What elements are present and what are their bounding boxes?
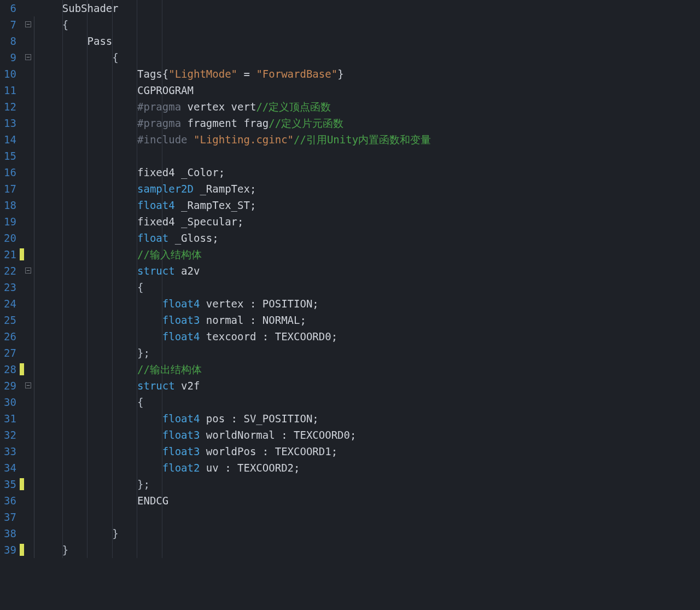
- code-token: _Gloss;: [168, 232, 219, 244]
- code-token: //输出结构体: [137, 363, 202, 375]
- line-number: 18: [0, 197, 19, 213]
- code-line[interactable]: }: [37, 525, 119, 542]
- line-number: 24: [0, 295, 19, 312]
- fold-toggle[interactable]: [25, 382, 31, 388]
- code-token: float3: [162, 445, 200, 457]
- code-line[interactable]: {: [37, 16, 68, 33]
- code-line[interactable]: float3 normal : NORMAL;: [37, 312, 306, 328]
- code-line[interactable]: float2 uv : TEXCOORD2;: [37, 460, 300, 476]
- indent-whitespace: [37, 232, 137, 244]
- change-marker: [20, 544, 24, 556]
- line-number: 21: [0, 246, 19, 263]
- code-token: //输入结构体: [137, 248, 202, 260]
- line-number: 6: [0, 0, 19, 16]
- code-line[interactable]: float3 worldNormal : TEXCOORD0;: [37, 427, 356, 443]
- code-token: _RampTex_ST;: [175, 199, 256, 211]
- code-editor[interactable]: 6789101112131415161718192021222324252627…: [0, 0, 700, 610]
- indent-whitespace: [37, 363, 137, 375]
- code-line[interactable]: //输入结构体: [37, 246, 202, 263]
- change-marker: [20, 363, 24, 375]
- code-token: }: [62, 544, 68, 556]
- code-line[interactable]: //输出结构体: [37, 361, 202, 377]
- code-token: vertex : POSITION;: [200, 298, 318, 310]
- code-token: texcoord : TEXCOORD0;: [200, 330, 337, 342]
- code-line[interactable]: struct a2v: [37, 263, 200, 279]
- line-number: 15: [0, 148, 19, 164]
- code-token: "Lighting.cginc": [194, 133, 294, 146]
- code-line[interactable]: ENDCG: [37, 492, 168, 509]
- code-line[interactable]: float4 pos : SV_POSITION;: [37, 410, 319, 427]
- line-number: 20: [0, 230, 19, 246]
- code-line[interactable]: [37, 509, 137, 525]
- code-token: fixed4 _Specular;: [137, 216, 243, 228]
- code-line[interactable]: [37, 148, 137, 164]
- code-line[interactable]: #include "Lighting.cginc"//引用Unity内置函数和变…: [37, 131, 431, 148]
- code-line[interactable]: CGPROGRAM: [37, 82, 194, 98]
- line-number: 29: [0, 377, 19, 394]
- code-line[interactable]: fixed4 _Specular;: [37, 213, 244, 230]
- code-line[interactable]: float _Gloss;: [37, 230, 219, 246]
- code-line[interactable]: }: [37, 542, 68, 558]
- line-number: 37: [0, 509, 19, 525]
- code-line[interactable]: float4 texcoord : TEXCOORD0;: [37, 328, 337, 345]
- code-line[interactable]: #pragma vertex vert//定义顶点函数: [37, 98, 331, 115]
- code-token: float: [137, 232, 168, 244]
- code-token: }: [112, 527, 118, 539]
- code-line[interactable]: #pragma fragment frag//定义片元函数: [37, 115, 343, 131]
- code-token: {: [137, 396, 143, 408]
- code-token: };: [137, 478, 150, 490]
- code-line[interactable]: float4 _RampTex_ST;: [37, 197, 256, 213]
- fold-toggle[interactable]: [25, 268, 31, 274]
- code-token: }: [337, 68, 343, 80]
- line-number: 36: [0, 492, 19, 509]
- code-line[interactable]: float3 worldPos : TEXCOORD1;: [37, 443, 337, 460]
- line-number-gutter: 6789101112131415161718192021222324252627…: [0, 0, 19, 610]
- code-token: a2v: [175, 265, 200, 277]
- line-number: 9: [0, 49, 19, 66]
- indent-whitespace: [37, 2, 62, 14]
- code-line[interactable]: Pass: [37, 33, 112, 49]
- indent-whitespace: [37, 495, 137, 507]
- code-line[interactable]: {: [37, 279, 143, 295]
- line-number: 38: [0, 525, 19, 542]
- code-token: float4: [137, 199, 175, 211]
- code-token: {: [112, 51, 118, 63]
- code-token: float3: [162, 429, 200, 441]
- code-token: vertex vert: [181, 101, 256, 113]
- code-line[interactable]: {: [37, 394, 143, 410]
- indent-whitespace: [37, 216, 137, 228]
- line-number: 23: [0, 279, 19, 295]
- change-marker: [20, 478, 24, 490]
- code-line[interactable]: sampler2D _RampTex;: [37, 181, 256, 197]
- code-token: float2: [162, 462, 200, 474]
- code-line[interactable]: float4 vertex : POSITION;: [37, 295, 319, 312]
- indent-whitespace: [37, 84, 137, 96]
- indent-whitespace: [37, 544, 62, 556]
- fold-toggle[interactable]: [25, 21, 31, 27]
- line-number: 30: [0, 394, 19, 410]
- line-number: 16: [0, 164, 19, 181]
- code-line[interactable]: struct v2f: [37, 377, 200, 394]
- indent-whitespace: [37, 462, 162, 474]
- code-token: //定义片元函数: [269, 117, 343, 129]
- line-number: 19: [0, 213, 19, 230]
- indent-whitespace: [37, 51, 112, 63]
- indent-whitespace: [37, 248, 137, 260]
- code-outline-column: [33, 0, 37, 610]
- indent-whitespace: [37, 527, 112, 539]
- fold-toggle[interactable]: [25, 54, 31, 60]
- code-line[interactable]: SubShader: [37, 0, 119, 16]
- line-number: 22: [0, 263, 19, 279]
- code-token: normal : NORMAL;: [200, 314, 306, 326]
- code-token: float4: [162, 413, 200, 425]
- line-number: 35: [0, 476, 19, 492]
- code-line[interactable]: Tags{"LightMode" = "ForwardBase"}: [37, 66, 344, 82]
- code-line[interactable]: {: [37, 49, 119, 66]
- code-token: "LightMode": [168, 68, 237, 80]
- code-line[interactable]: };: [37, 345, 150, 361]
- code-line[interactable]: fixed4 _Color;: [37, 164, 225, 181]
- line-number: 39: [0, 542, 19, 558]
- indent-whitespace: [37, 298, 162, 310]
- code-line[interactable]: };: [37, 476, 150, 492]
- line-number: 34: [0, 460, 19, 476]
